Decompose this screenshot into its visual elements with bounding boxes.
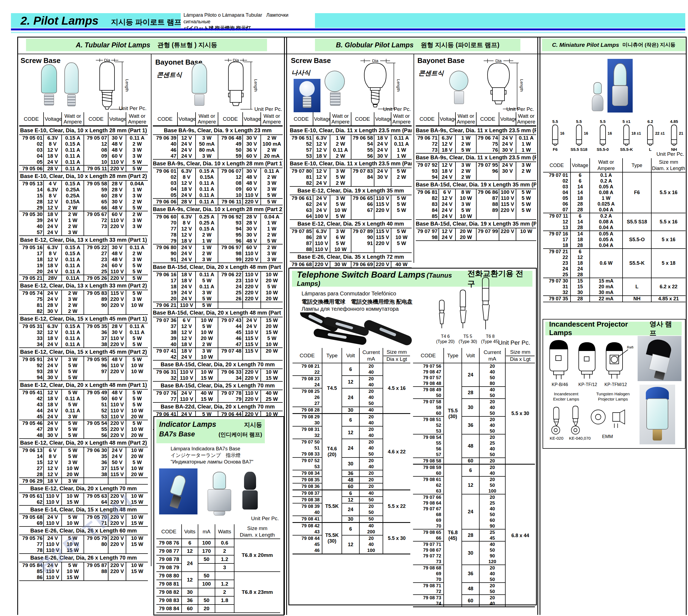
code-cell: 79 06 58 <box>351 135 374 141</box>
code-cell: 12 <box>218 174 243 180</box>
telephone-right-table: CODETypeVoltCurrentmASize mmDia x Lgt79 … <box>413 348 535 607</box>
voltage-cell: 24 V <box>44 414 62 420</box>
size-cell: 5.5 x 22 <box>383 490 410 523</box>
voltage-cell: 115 V <box>243 348 261 354</box>
table-row <box>84 229 148 236</box>
code-cell: 25 <box>218 290 243 296</box>
base-group-header: Base BA-9s, Clear, Dia. 11 x Length 23.5… <box>416 153 536 162</box>
code-cell: 38 <box>84 342 108 347</box>
table-row: 4830 V5 W <box>19 432 84 438</box>
current-cell: 40 <box>359 407 383 414</box>
voltage-cell: 60 V <box>108 153 126 159</box>
code-cell: 02 <box>543 178 571 184</box>
watt-ampere-cell: 20 W <box>62 471 84 478</box>
voltage-cell: 100 V <box>499 189 516 195</box>
code-cell: 88 <box>84 568 108 574</box>
watt-ampere-cell: 5 W <box>196 278 218 284</box>
pair-table-half: 79 06 86100 V5 W87110 V5 W88115 V5 W8922… <box>476 189 536 219</box>
voltage-cell: 30 V <box>44 375 62 380</box>
pair-table-half: 79 06 3912 V3 W4024 V50 mA4624 V80 mA472… <box>153 135 218 159</box>
code-cell: 52 <box>84 408 108 414</box>
current-cell: 40 <box>479 601 505 607</box>
code-cell: 18 <box>153 284 177 290</box>
code-cell: 79 07 57 <box>413 375 444 380</box>
code-cell <box>351 213 374 219</box>
merged-cell: S5.5 S18 <box>623 213 651 231</box>
watt-ampere-cell: 3 W <box>126 147 148 153</box>
current-cell: 20 <box>479 399 505 405</box>
current-cell: 40 <box>359 445 383 451</box>
code-cell: 92 <box>19 362 44 369</box>
table-row: 3318 V0.11 A <box>19 335 84 342</box>
table-row: 9328 V1 W <box>218 220 283 226</box>
value-cell: 30 <box>571 290 590 296</box>
b-screw-photo-clear-globe <box>325 71 346 109</box>
subtitle-spanish: Lámpara Piloto o Lámapara Tubular <box>184 12 262 18</box>
table-row: 0960 V3 W <box>218 186 283 192</box>
value-cell: 18 <box>571 237 590 243</box>
current-cell: 20 <box>479 565 505 571</box>
base-group-header: Base E-12, Clear, Dia, 15 x Length 45 mm… <box>19 314 148 323</box>
watt-ampere-cell: 2 W <box>126 211 148 217</box>
table-row: 79 07 1160.2 AS5.5 S185.5 x 16 <box>543 213 686 219</box>
watt-ampere-cell: 1 W <box>261 226 283 232</box>
base-group-rows: 79 05 4112 V5 W4218 V0.11 A4318 V5 W4424… <box>19 390 148 438</box>
code-cell: 94 <box>19 375 44 380</box>
code-cell: 82 <box>19 308 44 314</box>
code-cell: 79 06 86 <box>476 189 499 195</box>
table-row: 7630 V1 W <box>476 147 536 153</box>
value-cell: 50 <box>198 572 215 580</box>
code-cell: 79 07 89 <box>351 228 374 234</box>
table-row: 8430 V2 W <box>351 174 412 180</box>
table-row <box>84 375 148 380</box>
voltage-cell: 60 V <box>108 211 126 217</box>
watt-ampere-cell: 40 W <box>391 261 412 267</box>
table-row: 79 05 016.3V0.15 A <box>19 135 84 141</box>
pair-table-half: 79 05 61110 V10 W62110 V15 W <box>19 493 84 505</box>
code-cell <box>84 375 108 380</box>
table-row: 4224 V10 W <box>153 354 218 360</box>
voltage-cell: 24 V <box>243 323 261 329</box>
voltage-cell: 220 V <box>313 261 330 267</box>
voltage-cell: 6.3V <box>313 228 330 234</box>
watt-ampere-cell: 10 W <box>126 302 148 308</box>
merged-cell: 0.1 A <box>590 172 623 178</box>
volt-cell: 6 <box>462 464 479 477</box>
watt-ampere-cell: 3 W <box>261 250 283 257</box>
code-cell: 51 <box>84 402 108 408</box>
code-cell: 26 <box>218 296 243 302</box>
code-cell: 72 <box>84 217 108 223</box>
table-row: 97220 V10 W <box>84 369 148 375</box>
table-row: 1812 V0.11 A <box>19 257 84 263</box>
watt-ampere-cell: 5 W <box>196 323 218 329</box>
b-screw-base-label: Screw Base <box>291 57 331 65</box>
volt-cell: 24 <box>462 363 479 387</box>
current-cell: 40 <box>479 369 505 375</box>
base-group-rows: 79 07 8012 V3 W8112 V5 W8224 V2 W79 07 8… <box>290 168 412 186</box>
table-row: 1248 V2 W <box>84 141 148 147</box>
watt-ampere-cell: 15 W <box>62 499 84 505</box>
value-cell: 15 <box>571 278 590 284</box>
column-header: CurrentmA <box>359 348 383 363</box>
code-cell: 82 <box>290 180 313 186</box>
code-cell: 85 <box>19 568 44 574</box>
volt-cell: 60 <box>342 483 359 490</box>
code-cell: 68 <box>413 512 444 518</box>
table-row: 1718 V5 W <box>153 278 218 284</box>
watt-ampere-cell: 10 W <box>62 493 84 499</box>
voltage-cell: 220 V <box>108 302 126 308</box>
watt-ampere-cell: 0.11 A <box>62 408 84 414</box>
voltage-cell: 28 V <box>243 214 261 220</box>
watt-ampere-cell: 5 W <box>126 205 148 211</box>
svg-text:Length: Length <box>396 79 400 92</box>
code-cell: 79 08 84 <box>156 604 181 613</box>
watt-ampere-cell: 0.11A <box>62 275 84 281</box>
code-cell: 12 <box>84 141 108 147</box>
table-row: 79 08 37T5.5K6405.5 x 22 <box>293 490 410 497</box>
code-cell: 55 <box>351 147 374 153</box>
table-row: 79 05 316.3V0.15 A <box>19 323 84 329</box>
code-cell: 05 <box>19 159 44 166</box>
voltage-cell: 18 V <box>177 238 196 244</box>
code-cell: 99 <box>218 257 243 263</box>
header-blue-rule <box>11 28 685 30</box>
